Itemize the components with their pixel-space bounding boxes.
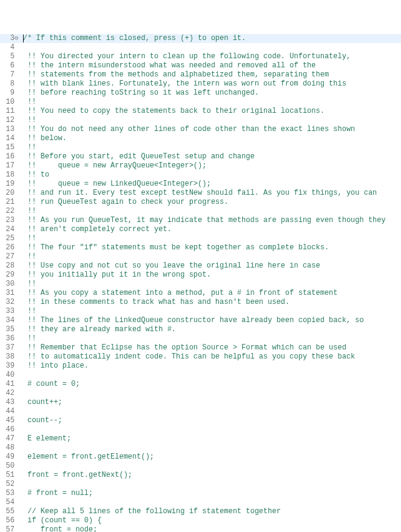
code-line[interactable]: 23 !! As you run QueueTest, it may indic… [0, 216, 401, 225]
code-text[interactable]: !! to automatically indent code. This ca… [22, 352, 401, 362]
code-line[interactable]: 44 [0, 407, 401, 416]
code-text[interactable]: !! queue = new LinkedQueue<Integer>(); [22, 180, 401, 189]
code-text[interactable]: !! the intern misunderstood what was nee… [22, 61, 401, 70]
code-text[interactable]: !! run QueueTest again to check your pro… [22, 198, 401, 207]
code-line[interactable]: 14 !! below. [0, 134, 401, 143]
code-line[interactable]: 30 !! [0, 280, 401, 289]
code-text[interactable]: !! Before you start, edit QueueTest setu… [22, 152, 401, 161]
code-text[interactable] [22, 443, 401, 453]
code-line[interactable]: 21 !! run QueueTest again to check your … [0, 198, 401, 207]
code-line[interactable]: 20 !! and run it. Every test except test… [0, 189, 401, 198]
code-text[interactable]: count--; [22, 416, 401, 425]
code-line[interactable]: 52 [0, 480, 401, 489]
code-text[interactable] [22, 43, 401, 52]
code-text[interactable] [22, 425, 401, 434]
code-line[interactable]: 34 !! The lines of the LinkedQueue const… [0, 316, 401, 325]
code-text[interactable]: !! [22, 307, 401, 316]
code-line[interactable]: 46 [0, 425, 401, 434]
code-line[interactable]: 37 !! Remember that Eclipse has the opti… [0, 343, 401, 352]
code-text[interactable]: !! [22, 234, 401, 243]
code-line[interactable]: 3/* If this comment is closed, press (+)… [0, 34, 401, 43]
code-line[interactable]: 54 [0, 498, 401, 507]
code-line[interactable]: 17 !! queue = new ArrayQueue<Integer>(); [0, 161, 401, 170]
code-text[interactable]: !! to [22, 170, 401, 180]
code-line[interactable]: 25 !! [0, 234, 401, 243]
code-text[interactable] [22, 407, 401, 416]
code-line[interactable]: 55 // Keep all 5 lines of the following … [0, 507, 401, 516]
code-line[interactable]: 41 # count = 0; [0, 380, 401, 389]
code-text[interactable]: !! [22, 143, 401, 152]
code-text[interactable]: front = front.getNext(); [22, 471, 401, 480]
code-line[interactable]: 22 !! [0, 207, 401, 216]
code-line[interactable]: 12 !! [0, 116, 401, 125]
code-line[interactable]: 19 !! queue = new LinkedQueue<Integer>()… [0, 180, 401, 189]
code-line[interactable]: 56 if (count == 0) { [0, 516, 401, 525]
code-text[interactable]: !! You need to copy the statements back … [22, 107, 401, 116]
code-text[interactable]: !! [22, 116, 401, 125]
code-text[interactable]: !! below. [22, 134, 401, 143]
code-line[interactable]: 53 # front = null; [0, 489, 401, 498]
code-text[interactable]: !! You do not need any other lines of co… [22, 125, 401, 134]
fold-toggle-icon[interactable] [15, 34, 22, 43]
code-line[interactable]: 43 count++; [0, 398, 401, 407]
code-editor[interactable]: 3/* If this comment is closed, press (+)… [0, 34, 401, 532]
code-text[interactable] [22, 480, 401, 489]
code-line[interactable]: 31 !! As you copy a statement into a met… [0, 289, 401, 298]
code-line[interactable]: 39 !! into place. [0, 362, 401, 371]
code-line[interactable]: 35 !! they are already marked with #. [0, 325, 401, 334]
code-text[interactable]: !! [22, 334, 401, 343]
code-line[interactable]: 47 E element; [0, 434, 401, 443]
code-line[interactable]: 11 !! You need to copy the statements ba… [0, 107, 401, 116]
code-text[interactable]: !! You directed your intern to clean up … [22, 52, 401, 61]
code-text[interactable]: !! The lines of the LinkedQueue construc… [22, 316, 401, 325]
code-text[interactable]: count++; [22, 398, 401, 407]
code-text[interactable]: !! [22, 252, 401, 261]
code-line[interactable]: 8 !! with blank lines. Fortunately, the … [0, 79, 401, 89]
code-line[interactable]: 38 !! to automatically indent code. This… [0, 352, 401, 362]
code-text[interactable]: front = node; [22, 525, 401, 532]
code-text[interactable]: !! and run it. Every test except testNew… [22, 189, 401, 198]
code-text[interactable] [22, 371, 401, 380]
code-text[interactable]: // Keep all 5 lines of the following if … [22, 507, 401, 516]
code-text[interactable]: !! [22, 280, 401, 289]
code-line[interactable]: 48 [0, 443, 401, 453]
code-line[interactable]: 26 !! The four "if" statements must be k… [0, 243, 401, 252]
code-text[interactable]: !! aren't completely correct yet. [22, 225, 401, 234]
code-text[interactable]: E element; [22, 434, 401, 443]
code-text[interactable]: # front = null; [22, 489, 401, 498]
code-text[interactable]: !! The four "if" statements must be kept… [22, 243, 401, 252]
code-line[interactable]: 36 !! [0, 334, 401, 343]
code-line[interactable]: 42 [0, 389, 401, 398]
code-line[interactable]: 6 !! the intern misunderstood what was n… [0, 61, 401, 70]
code-line[interactable]: 18 !! to [0, 170, 401, 180]
code-line[interactable]: 33 !! [0, 307, 401, 316]
code-text[interactable] [22, 462, 401, 471]
code-text[interactable]: !! [22, 98, 401, 107]
code-line[interactable]: 7 !! statements from the methods and alp… [0, 70, 401, 79]
code-line[interactable]: 4 [0, 43, 401, 52]
code-text[interactable] [22, 498, 401, 507]
code-text[interactable]: !! [22, 207, 401, 216]
code-text[interactable]: # count = 0; [22, 380, 401, 389]
code-line[interactable]: 32 !! in these comments to track what ha… [0, 298, 401, 307]
code-text[interactable]: /* If this comment is closed, press (+) … [22, 34, 401, 43]
code-line[interactable]: 16 !! Before you start, edit QueueTest s… [0, 152, 401, 161]
code-text[interactable]: !! they are already marked with #. [22, 325, 401, 334]
code-line[interactable]: 40 [0, 371, 401, 380]
code-line[interactable]: 15 !! [0, 143, 401, 152]
code-text[interactable]: element = front.getElement(); [22, 453, 401, 462]
code-line[interactable]: 50 [0, 462, 401, 471]
code-line[interactable]: 5 !! You directed your intern to clean u… [0, 52, 401, 61]
code-line[interactable]: 9 !! before reaching toString so it was … [0, 89, 401, 98]
code-line[interactable]: 10 !! [0, 98, 401, 107]
code-line[interactable]: 45 count--; [0, 416, 401, 425]
code-text[interactable]: !! before reaching toString so it was le… [22, 89, 401, 98]
code-line[interactable]: 29 !! you initially put it in the wrong … [0, 271, 401, 280]
code-text[interactable]: !! queue = new ArrayQueue<Integer>(); [22, 161, 401, 170]
code-line[interactable]: 57 front = node; [0, 525, 401, 532]
code-line[interactable]: 24 !! aren't completely correct yet. [0, 225, 401, 234]
code-line[interactable]: 13 !! You do not need any other lines of… [0, 125, 401, 134]
code-text[interactable]: !! As you copy a statement into a method… [22, 289, 401, 298]
code-text[interactable] [22, 389, 401, 398]
code-text[interactable]: !! As you run QueueTest, it may indicate… [22, 216, 401, 225]
